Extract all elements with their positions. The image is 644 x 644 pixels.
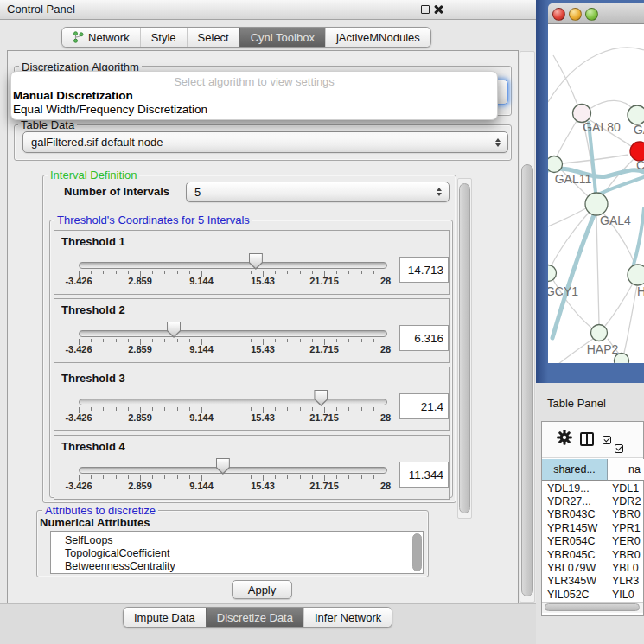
interval-definition-label: Interval Definition	[48, 169, 139, 182]
tick-label: 2.859	[128, 276, 152, 286]
table-cell-name: YIL0	[608, 589, 634, 601]
spinner-arrows-icon[interactable]	[437, 188, 449, 196]
table-cell-shared-name: YER054C	[542, 535, 608, 547]
network-canvas[interactable]: GAL80GACGAL11GAL4GCY1HHAP2	[548, 24, 644, 363]
tab-label: Network	[88, 31, 130, 44]
threshold-value-field[interactable]: 11.344	[399, 462, 449, 488]
gear-icon[interactable]	[557, 430, 572, 449]
attribute-list-item[interactable]: BetweennessCentrality	[51, 560, 423, 573]
tick-label: -3.426	[65, 412, 92, 423]
tab-label: Impute Data	[134, 611, 195, 624]
zoom-traffic-light-icon[interactable]	[585, 8, 598, 21]
table-rows: YDL19...YDL1YDR27...YDR2YBR043CYBR0YPR14…	[542, 481, 643, 602]
tab-select[interactable]: Select	[187, 28, 239, 47]
table-cell-name: YBR0	[608, 508, 641, 520]
tick-label: 21.715	[309, 481, 339, 491]
threshold-value-field[interactable]: 21.4	[399, 393, 449, 419]
close-panel-icon[interactable]	[433, 4, 443, 15]
table-cell-name: YDL1	[608, 482, 639, 494]
network-node[interactable]	[628, 265, 644, 285]
tick-label: 2.859	[128, 344, 152, 354]
table-row[interactable]: YBR045CYBR0	[542, 548, 643, 561]
column-header-name[interactable]: na	[608, 459, 644, 481]
float-panel-icon[interactable]	[421, 5, 430, 14]
tick-label: 21.715	[309, 276, 339, 286]
table-data-combobox[interactable]: galFiltered.sif default node	[22, 131, 508, 153]
attributes-scrollbar-thumb[interactable]	[412, 533, 422, 571]
threshold-value-field[interactable]: 6.316	[399, 325, 449, 351]
number-of-intervals-label: Number of Intervals	[64, 185, 169, 198]
tick-label: 9.144	[189, 276, 214, 286]
tick-label: 2.859	[128, 412, 152, 423]
network-node-label: GAL80	[583, 120, 621, 134]
table-row[interactable]: YDR27...YDR2	[542, 494, 643, 507]
tab-label: Select	[198, 31, 229, 44]
network-node-label: GAL4	[600, 214, 631, 227]
threshold-panel: Threshold 3-3.4262.8599.14415.4321.71528…	[54, 367, 450, 431]
tick-label: 15.43	[251, 344, 275, 354]
tick-label: 28	[380, 276, 391, 286]
table-row[interactable]: YER054CYER0	[542, 535, 643, 548]
panel-scrollbar-thumb[interactable]	[521, 164, 533, 596]
table-panel-title: Table Panel	[547, 397, 606, 410]
table-row[interactable]: YBR043CYBR0	[542, 508, 643, 521]
algorithm-option[interactable]: Manual Discretization	[11, 89, 497, 103]
tick-label: 15.43	[251, 276, 275, 286]
minimize-traffic-light-icon[interactable]	[569, 8, 582, 21]
algorithm-options: Manual DiscretizationEqual Width/Frequen…	[11, 89, 497, 117]
threshold-slider[interactable]: -3.4262.8599.14415.4321.71528	[54, 231, 449, 294]
tab-style[interactable]: Style	[140, 28, 187, 47]
table-row[interactable]: YLR345WYLR3	[542, 575, 643, 588]
threshold-value-field[interactable]: 14.713	[399, 257, 449, 283]
slider-track	[79, 262, 387, 269]
number-of-intervals-combobox[interactable]: 5	[186, 182, 450, 202]
algorithm-option[interactable]: Equal Width/Frequency Discretization	[11, 103, 497, 117]
numerical-attributes-list[interactable]: SelfLoopsTopologicalCoefficientBetweenne…	[50, 531, 424, 574]
table-row[interactable]: YDL19...YDL1	[542, 481, 643, 494]
algorithm-placeholder-option[interactable]: Select algorithm to view settings	[11, 74, 497, 89]
network-node[interactable]	[585, 193, 608, 215]
tab-network[interactable]: Network	[62, 28, 140, 47]
network-node[interactable]	[591, 325, 608, 341]
tick-label: 9.144	[189, 412, 214, 423]
control-panel-title: Control Panel	[7, 3, 75, 16]
interval-scrollbar-thumb[interactable]	[459, 183, 470, 513]
close-traffic-light-icon[interactable]	[552, 8, 565, 21]
table-row[interactable]: YBL079WYBL0	[542, 561, 643, 574]
table-cell-name: YER0	[608, 535, 641, 547]
tick-label: 28	[380, 412, 391, 423]
threshold-panel: Threshold 4-3.4262.8599.14415.4321.71528…	[54, 435, 450, 500]
table-row[interactable]: YIL052CYIL0	[542, 588, 643, 601]
tab-cyni-toolbox[interactable]: Cyni Toolbox	[239, 28, 325, 47]
table-row[interactable]: YPR145WYPR1	[542, 521, 643, 534]
column-header-shared-name[interactable]: shared...	[542, 459, 608, 481]
threshold-slider[interactable]: -3.4262.8599.14415.4321.71528	[54, 436, 449, 499]
apply-button[interactable]: Apply	[232, 580, 292, 599]
network-window-titlebar[interactable]	[548, 3, 644, 24]
screen: Control Panel NetworkStyleSelectCyni Too…	[0, 0, 644, 644]
network-node[interactable]	[548, 265, 557, 282]
network-graph[interactable]: GAL80GACGAL11GAL4GCY1HHAP2	[548, 24, 644, 363]
split-columns-icon[interactable]	[580, 432, 594, 446]
table-hscrollbar-thumb[interactable]	[545, 603, 640, 611]
bottom-tab-discretize-data[interactable]: Discretize Data	[206, 608, 303, 627]
control-panel-titlebar: Control Panel	[0, 0, 536, 20]
table-cell-name: YBR0	[608, 549, 641, 561]
checkbox-icon[interactable]	[603, 436, 611, 444]
tick-label: -3.426	[65, 481, 92, 491]
threshold-slider[interactable]: -3.4262.8599.14415.4321.71528	[54, 367, 449, 430]
threshold-slider[interactable]: -3.4262.8599.14415.4321.71528	[54, 299, 449, 362]
checkbox-icon[interactable]	[615, 444, 623, 453]
tick-label: -3.426	[65, 344, 92, 354]
tab-jactivemnodules[interactable]: jActiveMNodules	[325, 28, 430, 47]
network-node[interactable]	[548, 156, 563, 173]
tab-label: Cyni Toolbox	[251, 31, 315, 44]
tick-label: 28	[380, 344, 391, 354]
spinner-arrows-icon[interactable]	[495, 138, 507, 147]
attribute-list-item[interactable]: SelfLoops	[51, 534, 423, 547]
network-node[interactable]	[628, 105, 644, 124]
attribute-list-item[interactable]: TopologicalCoefficient	[51, 547, 423, 560]
table-cell-shared-name: YDR27...	[542, 495, 608, 507]
bottom-tab-impute-data[interactable]: Impute Data	[124, 608, 206, 627]
bottom-tab-infer-network[interactable]: Infer Network	[303, 608, 392, 627]
